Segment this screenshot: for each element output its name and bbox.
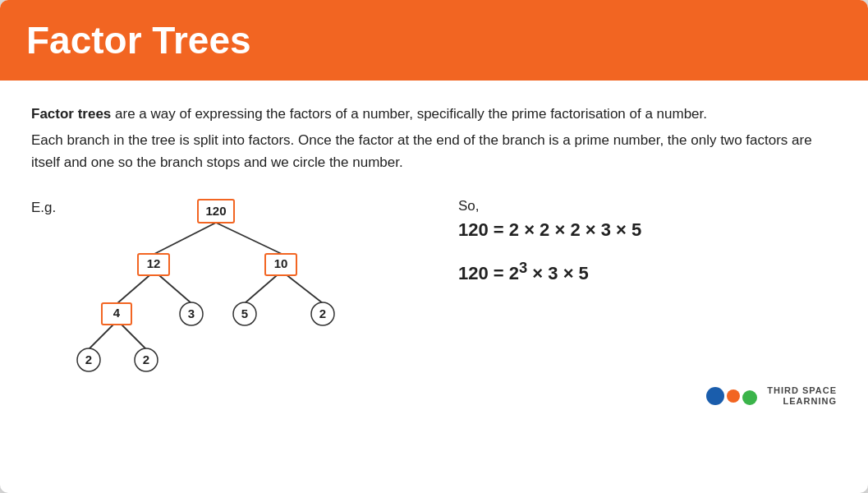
tsl-green-circle — [742, 390, 757, 405]
factor-tree-diagram: 120 12 10 4 3 5 — [64, 191, 393, 380]
svg-text:120: 120 — [205, 204, 226, 218]
tsl-logo-icon — [706, 387, 757, 405]
tsl-orange-circle — [727, 389, 740, 403]
solution-area: So, 120 = 2 × 2 × 2 × 3 × 5 120 = 23 × 3… — [425, 191, 837, 284]
equation1: 120 = 2 × 2 × 2 × 3 × 5 — [458, 219, 837, 241]
intro-rest: are a way of expressing the factors of a… — [111, 106, 707, 122]
branch-paragraph: Each branch in the tree is split into fa… — [31, 130, 837, 173]
tsl-blue-circle — [706, 387, 724, 405]
content: Factor trees are a way of expressing the… — [0, 81, 868, 423]
svg-text:4: 4 — [113, 306, 121, 320]
equation2: 120 = 23 × 3 × 5 — [458, 259, 837, 284]
svg-text:10: 10 — [274, 256, 288, 270]
intro-paragraph: Factor trees are a way of expressing the… — [31, 104, 837, 125]
svg-line-0 — [154, 223, 216, 254]
svg-text:2: 2 — [85, 352, 92, 366]
so-label: So, — [458, 198, 837, 214]
tree-area: E.g. — [31, 191, 425, 372]
example-section: E.g. — [31, 191, 837, 372]
card: Factor Trees Factor trees are a way of e… — [0, 0, 868, 493]
eg-label: E.g. — [31, 200, 56, 216]
page-title: Factor Trees — [26, 18, 842, 62]
svg-text:2: 2 — [319, 306, 326, 320]
svg-text:5: 5 — [241, 306, 248, 320]
intro-bold: Factor trees — [31, 106, 111, 122]
logo-text: THIRD SPACE LEARNING — [767, 385, 837, 407]
svg-text:2: 2 — [143, 352, 149, 366]
svg-line-1 — [216, 223, 282, 254]
svg-text:12: 12 — [147, 256, 161, 270]
svg-text:3: 3 — [188, 306, 195, 320]
header: Factor Trees — [0, 0, 868, 81]
